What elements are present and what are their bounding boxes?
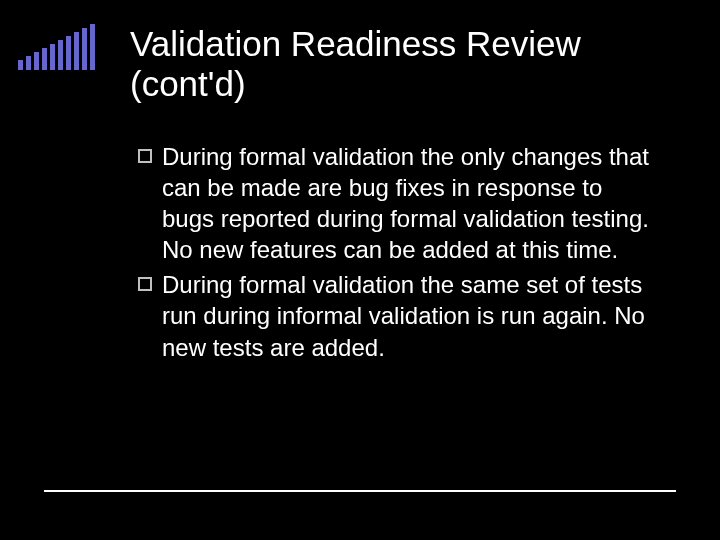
slide: Validation Readiness Review (cont'd) Dur… xyxy=(0,0,720,540)
slide-body: During formal validation the only change… xyxy=(130,141,660,363)
bullet-text: During formal validation the only change… xyxy=(162,141,660,266)
corner-bars-icon xyxy=(18,24,95,70)
square-bullet-icon xyxy=(138,149,152,163)
square-bullet-icon xyxy=(138,277,152,291)
slide-title: Validation Readiness Review (cont'd) xyxy=(130,24,660,105)
slide-content: Validation Readiness Review (cont'd) Dur… xyxy=(0,0,720,363)
bullet-text: During formal validation the same set of… xyxy=(162,269,660,363)
divider-line xyxy=(44,490,676,492)
bullet-item: During formal validation the only change… xyxy=(138,141,660,266)
bullet-item: During formal validation the same set of… xyxy=(138,269,660,363)
